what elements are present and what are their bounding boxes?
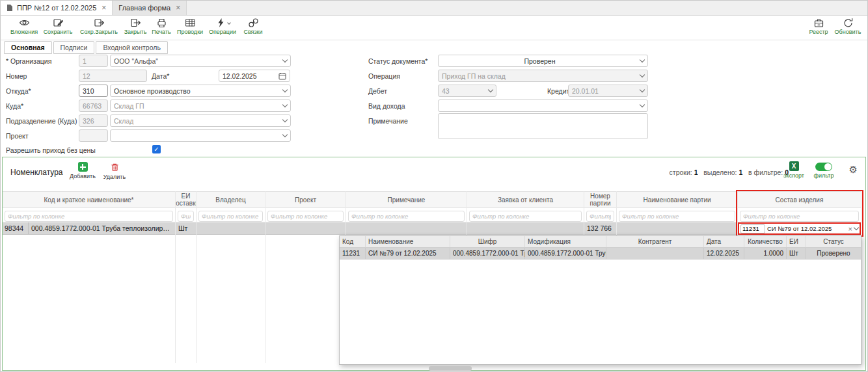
toggle-switch: [815, 163, 832, 171]
row-batch-number: 132 766: [587, 224, 612, 232]
table-row-cell[interactable]: [197, 222, 265, 235]
dropdown-column-header[interactable]: Наименование: [366, 236, 450, 247]
excel-icon: X: [789, 161, 799, 171]
note-textarea[interactable]: [438, 113, 648, 139]
to-code-field[interactable]: [79, 100, 108, 112]
table-grid-icon: [185, 18, 196, 28]
project-select[interactable]: [110, 129, 291, 142]
links-button[interactable]: Связки: [240, 18, 266, 35]
tab-main[interactable]: Основная: [4, 41, 52, 54]
window-tab-main-form[interactable]: Главная форма ×: [113, 1, 187, 15]
tab-signatures[interactable]: Подписи: [53, 41, 95, 54]
tab-input-control[interactable]: Входной контроль: [96, 41, 167, 54]
close-tab-icon[interactable]: ×: [102, 3, 106, 12]
credit-select[interactable]: 20.01.01: [568, 85, 648, 97]
table-row-cell[interactable]: 98344 000.4859.1772.000-01 Труба теплоиз…: [3, 222, 175, 235]
allow-no-price-checkbox[interactable]: ✓: [152, 145, 161, 153]
window-tab-label: Главная форма: [118, 4, 170, 12]
note-label: Примечание: [368, 117, 408, 125]
number-field[interactable]: [79, 70, 147, 82]
chevron-down-icon: [227, 21, 231, 25]
table-row-cell[interactable]: [467, 222, 584, 235]
window-tab-document[interactable]: ППР №12 от 12.02.2025 ×: [1, 1, 113, 15]
attachments-button[interactable]: Вложения: [8, 18, 40, 35]
filter-input[interactable]: [619, 211, 735, 222]
filter-input[interactable]: [740, 211, 859, 222]
to-select[interactable]: Склад ГП: [110, 100, 291, 112]
horizontal-scrollbar-thumb[interactable]: [429, 366, 472, 371]
chevron-down-icon: [282, 117, 288, 122]
from-code-field[interactable]: [79, 85, 108, 97]
date-label: Дата*: [152, 72, 169, 80]
project-code-field[interactable]: [79, 129, 108, 142]
dropdown-column-header[interactable]: Статус: [806, 236, 861, 247]
dropdown-column-header[interactable]: Количество: [744, 236, 787, 247]
dropdown-column-header[interactable]: Контрагент: [606, 236, 704, 247]
calendar-icon[interactable]: [278, 72, 286, 80]
print-button[interactable]: Печать: [149, 18, 174, 35]
division-code-field[interactable]: [79, 114, 108, 127]
column-project: Проект: [265, 191, 346, 363]
column-header[interactable]: Код и краткое наименование*: [3, 191, 175, 208]
table-row-cell[interactable]: [265, 222, 346, 235]
refresh-icon: [843, 18, 854, 28]
close-button[interactable]: Закрыть: [122, 18, 149, 35]
organization-select[interactable]: ООО "Альфа": [110, 55, 291, 67]
delete-row-button[interactable]: Удалить: [100, 162, 129, 180]
filter-input[interactable]: [178, 211, 194, 222]
date-field[interactable]: 12.02.2025: [219, 70, 290, 82]
column-header[interactable]: Проект: [265, 191, 346, 208]
clear-icon[interactable]: ×: [848, 225, 852, 233]
filter-input[interactable]: [586, 211, 614, 222]
division-select[interactable]: Склад: [110, 114, 291, 127]
income-type-select[interactable]: [438, 100, 648, 112]
column-header[interactable]: Номер партии: [584, 191, 616, 208]
table-row-cell[interactable]: Шт: [176, 222, 196, 235]
selected-count: 1: [739, 168, 742, 176]
filter-toggle[interactable]: фильтр: [812, 163, 835, 179]
refresh-button[interactable]: Обновить: [834, 18, 862, 35]
filter-input[interactable]: [198, 211, 263, 222]
status-select[interactable]: Проверен: [438, 55, 648, 67]
postings-button[interactable]: Проводки: [175, 18, 205, 35]
chevron-down-icon[interactable]: [854, 225, 859, 230]
column-header[interactable]: Состав изделия: [738, 191, 861, 208]
save-button[interactable]: Сохранить: [41, 18, 75, 35]
column-header[interactable]: ЕИ поставки: [176, 191, 196, 208]
filter-input[interactable]: [469, 211, 582, 222]
dropdown-column-header[interactable]: Модификация: [525, 236, 606, 247]
column-header[interactable]: Примечание: [346, 191, 467, 208]
grid-stats: строки: 1 выделено: 1 в фильтре: 0: [670, 168, 789, 176]
dropdown-column-header[interactable]: ЕИ: [787, 236, 806, 247]
settings-gear-icon[interactable]: ⚙: [849, 165, 858, 174]
export-excel-button[interactable]: X экспорт: [782, 161, 806, 179]
table-row-cell[interactable]: [346, 222, 467, 235]
from-select[interactable]: Основное производство: [110, 85, 291, 97]
chevron-down-icon: [282, 132, 288, 137]
dropdown-column-header[interactable]: Дата: [704, 236, 744, 247]
composition-editor-cell[interactable]: СИ №79 от 12.02.2025 ×: [738, 222, 861, 235]
dropdown-row[interactable]: 11231 СИ №79 от 12.02.2025 000.4859.1772…: [340, 248, 861, 259]
table-row-cell[interactable]: [617, 222, 737, 235]
debit-label: Дебет: [368, 87, 387, 95]
close-tab-icon[interactable]: ×: [176, 3, 180, 12]
add-row-button[interactable]: Добавить: [68, 162, 98, 179]
composition-code-input[interactable]: [740, 224, 765, 233]
filter-input[interactable]: [267, 211, 344, 222]
debit-select[interactable]: 43: [438, 85, 496, 97]
column-header[interactable]: Заявка от клиента: [467, 191, 584, 208]
column-header[interactable]: Наименование партии: [617, 191, 737, 208]
filter-input[interactable]: [348, 211, 465, 222]
dropdown-column-header[interactable]: Код: [340, 236, 366, 247]
registry-button[interactable]: Реестр: [806, 18, 831, 35]
save-close-button[interactable]: Сохр.Закрыть: [79, 18, 119, 35]
organization-code-field[interactable]: [79, 55, 108, 67]
operation-select[interactable]: Приход ГП на склад: [438, 70, 648, 82]
filter-input[interactable]: [5, 211, 173, 222]
table-row-cell[interactable]: 132 766: [584, 222, 616, 235]
save-close-icon: [94, 18, 105, 28]
column-header[interactable]: Владелец: [197, 191, 265, 208]
operations-button[interactable]: Операции: [208, 18, 237, 35]
dropdown-column-header[interactable]: Шифр: [450, 236, 525, 247]
lightning-icon: [215, 18, 226, 28]
